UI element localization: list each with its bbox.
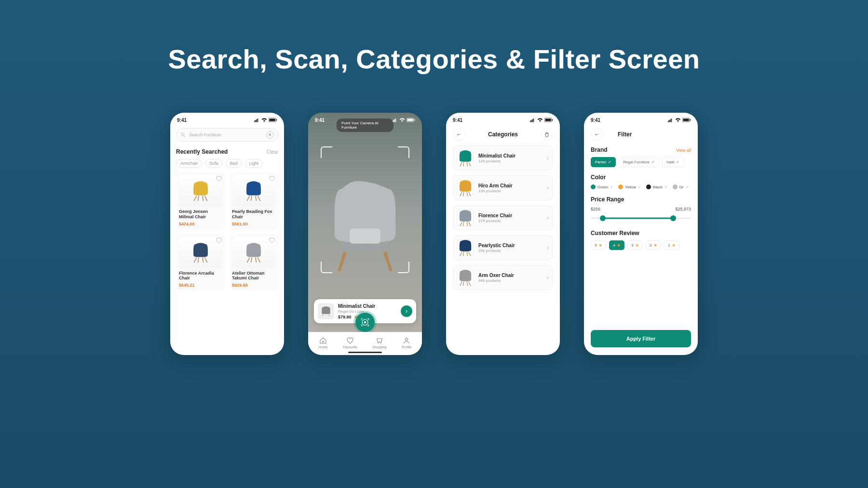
phone-search: 9:41 Search Furniture ✕ Recently Searche…	[170, 113, 284, 355]
product-price: $929.68	[232, 283, 275, 288]
recent-chip[interactable]: Armchair	[176, 159, 202, 168]
svg-rect-12	[395, 119, 396, 122]
view-all-brands-link[interactable]: View all	[676, 148, 691, 153]
scan-result-go-button[interactable]: ›	[401, 305, 412, 317]
clear-recent-button[interactable]: Clear	[267, 149, 278, 155]
bag-icon	[544, 132, 550, 137]
cart-icon	[376, 337, 383, 344]
svg-rect-30	[671, 119, 672, 122]
wifi-icon	[675, 117, 681, 123]
cart-button[interactable]	[541, 128, 553, 141]
product-price: $424.00	[179, 222, 222, 226]
brand-chip[interactable]: Partex ✓	[591, 157, 616, 167]
category-row[interactable]: Minimalist Chair 126 products ›	[453, 145, 553, 171]
search-placeholder: Search Furniture	[189, 132, 221, 137]
status-icons-group	[530, 117, 553, 123]
category-thumb	[457, 180, 474, 196]
brand-section-title: Brand	[591, 146, 608, 153]
tab-home[interactable]: Home	[319, 337, 328, 349]
scan-capture-button[interactable]	[355, 313, 375, 332]
category-name: Florence Chair	[478, 213, 542, 218]
tab-profile[interactable]: Profile	[402, 337, 411, 349]
phone-categories: 9:41 ← Categories Minimalist Chair	[446, 113, 560, 355]
search-input[interactable]: Search Furniture ✕	[176, 128, 278, 142]
back-button[interactable]: ←	[453, 128, 465, 141]
product-card[interactable]: Atelier Ottoman Takumi Chair $929.68	[229, 234, 278, 292]
favourite-button[interactable]	[216, 175, 222, 182]
signal-icon	[668, 117, 674, 123]
user-icon	[403, 337, 410, 344]
tab-label: Home	[319, 345, 328, 349]
back-button[interactable]: ←	[591, 128, 603, 141]
wifi-icon	[537, 117, 543, 123]
battery-icon	[407, 117, 415, 123]
svg-line-8	[184, 136, 186, 137]
status-bar: 9:41	[584, 113, 698, 125]
category-count: 296 products	[478, 249, 542, 253]
chevron-right-icon: ›	[547, 155, 549, 161]
svg-rect-28	[669, 120, 670, 122]
recent-chip[interactable]: Light	[245, 159, 263, 168]
svg-rect-6	[276, 119, 277, 121]
star-icon: ★	[617, 243, 621, 248]
color-swatch	[591, 185, 596, 189]
apply-filter-button[interactable]: Apply Filter	[591, 330, 691, 347]
product-card[interactable]: Pearly Beading Fox Chair $561.00	[229, 172, 278, 230]
status-icons-group	[668, 117, 691, 123]
status-icons-group	[392, 117, 415, 123]
price-range-slider[interactable]	[591, 213, 691, 223]
favourite-button[interactable]	[269, 237, 275, 244]
svg-rect-16	[350, 228, 380, 244]
slider-knob-max[interactable]	[670, 215, 676, 221]
tab-favourite[interactable]: Favourite	[343, 337, 357, 349]
review-filter-chip[interactable]: 2 ★	[646, 240, 661, 250]
svg-rect-25	[545, 119, 551, 121]
favourite-button[interactable]	[216, 237, 222, 244]
status-time: 9:41	[453, 118, 462, 123]
status-time: 9:41	[177, 118, 187, 123]
category-row[interactable]: Pearlystic Chair 296 products ›	[453, 235, 553, 260]
svg-rect-5	[270, 119, 275, 121]
review-section-title: Customer Review	[591, 230, 691, 237]
recent-chip[interactable]: Bed	[226, 159, 242, 168]
color-option[interactable]: Black ✓	[646, 185, 668, 189]
category-row[interactable]: Arm Oxer Chair 946 products ›	[453, 265, 553, 290]
svg-rect-11	[394, 119, 395, 122]
category-name: Minimalist Chair	[478, 153, 542, 158]
color-option[interactable]: Green ✓	[591, 185, 613, 189]
favourite-button[interactable]	[269, 175, 275, 182]
product-card[interactable]: Georg Jensen Milimal Chair $424.00	[176, 172, 225, 230]
color-option[interactable]: Yellow ✓	[618, 185, 641, 189]
category-row[interactable]: Hiro Arm Chair 236 products ›	[453, 175, 553, 200]
wifi-icon	[261, 117, 267, 123]
signal-icon	[530, 117, 536, 123]
svg-rect-14	[407, 119, 413, 121]
chevron-right-icon: ›	[547, 274, 549, 281]
product-name: Florence Arcadia Chair	[179, 271, 222, 281]
clear-search-button[interactable]: ✕	[266, 131, 274, 139]
review-filter-chip[interactable]: 3 ★	[627, 240, 643, 250]
brand-chip[interactable]: Regal Furniture ✓	[619, 157, 659, 167]
price-min-label: $256	[591, 207, 600, 211]
svg-rect-0	[254, 121, 255, 122]
check-icon: ✓	[638, 185, 641, 189]
review-filter-chip[interactable]: 4 ★	[609, 240, 624, 250]
color-option[interactable]: Gr ✓	[673, 185, 689, 189]
product-card[interactable]: Florence Arcadia Chair $645.21	[176, 234, 225, 292]
tab-shopping[interactable]: Shopping	[372, 337, 387, 349]
check-icon: ✓	[610, 185, 613, 189]
brand-chip[interactable]: Hatil ✓	[662, 157, 684, 167]
chevron-right-icon: ›	[547, 185, 549, 191]
battery-icon	[269, 117, 277, 123]
svg-rect-3	[258, 119, 258, 122]
status-bar: 9:41	[170, 113, 284, 125]
slider-knob-min[interactable]	[600, 215, 606, 221]
signal-icon	[254, 117, 260, 123]
filter-title: Filter	[618, 131, 632, 138]
category-count: 946 products	[478, 278, 542, 283]
price-max-label: $25,973	[675, 207, 691, 211]
category-row[interactable]: Florence Chair 375 products ›	[453, 205, 553, 230]
recent-chip[interactable]: Sofa	[205, 159, 223, 168]
review-filter-chip[interactable]: 1 ★	[664, 240, 679, 250]
review-filter-chip[interactable]: 5 ★	[591, 240, 606, 250]
